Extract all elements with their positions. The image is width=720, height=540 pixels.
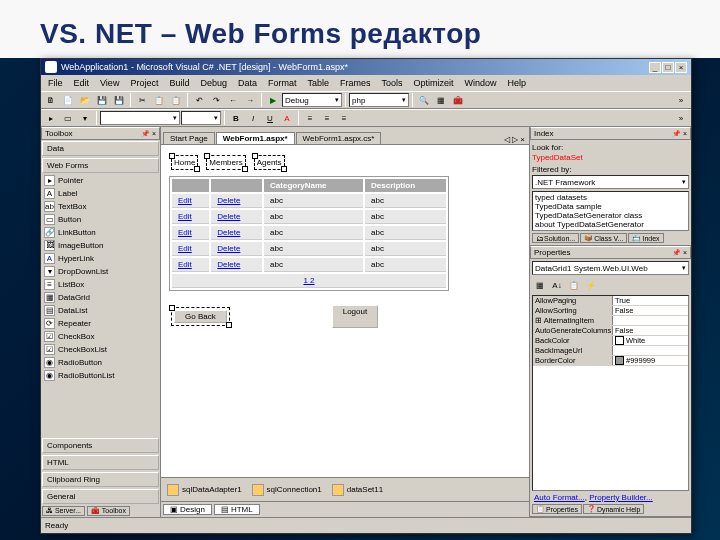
edit-link[interactable]: Edit (178, 228, 192, 237)
list-item[interactable]: TypedData sample (534, 202, 687, 211)
tab-index[interactable]: 📇 Index (628, 233, 663, 243)
close-button[interactable]: × (675, 62, 687, 73)
align-right-icon[interactable]: ≡ (336, 110, 352, 126)
menu-data[interactable]: Data (233, 77, 262, 89)
toolbox-item-repeater[interactable]: ⟳Repeater (41, 317, 160, 330)
goback-control[interactable]: Go Back (171, 307, 230, 326)
new-project-icon[interactable]: 🗎 (43, 92, 59, 108)
menu-tools[interactable]: Tools (377, 77, 408, 89)
undo-icon[interactable]: ↶ (191, 92, 207, 108)
menu-frames[interactable]: Frames (335, 77, 376, 89)
underline-icon[interactable]: U (262, 110, 278, 126)
delete-link[interactable]: Delete (217, 212, 240, 221)
menu-file[interactable]: File (43, 77, 68, 89)
toolbox-item-radiobuttonlist[interactable]: ◉RadioButtonList (41, 369, 160, 382)
filter-combo[interactable]: .NET Framework (532, 175, 689, 189)
props-object-combo[interactable]: DataGrid1 System.Web.UI.Web (532, 261, 689, 275)
toolbox-item-textbox[interactable]: abTextBox (41, 200, 160, 213)
bold-icon[interactable]: B (228, 110, 244, 126)
toolbox-cat-webforms[interactable]: Web Forms (42, 158, 159, 173)
tab-solution-explorer[interactable]: 🗂 Solution... (532, 233, 579, 243)
toolbox-item-linkbutton[interactable]: 🔗LinkButton (41, 226, 160, 239)
toolbox-item-label[interactable]: ALabel (41, 187, 160, 200)
tab-class-view[interactable]: 📦 Class V... (580, 233, 627, 243)
tray-dataset[interactable]: dataSet11 (332, 484, 383, 496)
save-icon[interactable]: 💾 (94, 92, 110, 108)
minimize-button[interactable]: _ (649, 62, 661, 73)
categorize-icon[interactable]: ▦ (532, 277, 548, 293)
index-results[interactable]: typed datasets TypedData sample TypedDat… (532, 191, 689, 231)
toolbox-item-button[interactable]: ▭Button (41, 213, 160, 226)
textbox-icon[interactable]: ▭ (60, 110, 76, 126)
viewtab-html[interactable]: ▤ HTML (214, 504, 260, 515)
doctab-nav[interactable]: ◁ ▷ × (502, 135, 527, 144)
menu-debug[interactable]: Debug (195, 77, 232, 89)
toolbox-cat-data[interactable]: Data (42, 141, 159, 156)
delete-link[interactable]: Delete (217, 244, 240, 253)
align-left-icon[interactable]: ≡ (302, 110, 318, 126)
events-icon[interactable]: ⚡ (583, 277, 599, 293)
tab-server-explorer[interactable]: 🖧 Server... (42, 506, 85, 516)
toolbox-cat-components[interactable]: Components (42, 438, 159, 453)
design-surface[interactable]: Home Members Agents CategoryName Descrip… (161, 145, 529, 477)
pin-icon[interactable]: 📌 × (141, 130, 156, 138)
tab-dynamic-help[interactable]: ❓ Dynamic Help (583, 504, 645, 514)
menu-format[interactable]: Format (263, 77, 302, 89)
doctab-startpage[interactable]: Start Page (163, 132, 215, 144)
toolbox-item-checkbox[interactable]: ☑CheckBox (41, 330, 160, 343)
align-center-icon[interactable]: ≡ (319, 110, 335, 126)
cut-icon[interactable]: ✂ (134, 92, 150, 108)
edit-link[interactable]: Edit (178, 196, 192, 205)
toolbox-item-dropdown[interactable]: ▾DropDownList (41, 265, 160, 278)
find-icon[interactable]: 🔍 (416, 92, 432, 108)
pointer-icon[interactable]: ▸ (43, 110, 59, 126)
fontcolor-icon[interactable]: A (279, 110, 295, 126)
add-item-icon[interactable]: 📄 (60, 92, 76, 108)
italic-icon[interactable]: I (245, 110, 261, 126)
open-icon[interactable]: 📂 (77, 92, 93, 108)
toolbox-cat-clipboard[interactable]: Clipboard Ring (42, 472, 159, 487)
overflow2-icon[interactable]: » (673, 110, 689, 126)
redo-icon[interactable]: ↷ (208, 92, 224, 108)
platform-combo[interactable]: php (349, 93, 409, 107)
toolbox-cat-general[interactable]: General (42, 489, 159, 504)
property-builder-link[interactable]: Property Builder... (589, 493, 653, 502)
edit-link[interactable]: Edit (178, 212, 192, 221)
toolbox-item-datalist[interactable]: ▤DataList (41, 304, 160, 317)
pin-icon[interactable]: 📌 × (672, 249, 687, 257)
header-link-home[interactable]: Home (171, 155, 198, 170)
toolbox-item-pointer[interactable]: ▸Pointer (41, 174, 160, 187)
toolbox-item-datagrid[interactable]: ▦DataGrid (41, 291, 160, 304)
maximize-button[interactable]: □ (662, 62, 674, 73)
nav-fwd-icon[interactable]: → (242, 92, 258, 108)
delete-link[interactable]: Delete (217, 260, 240, 269)
menu-table[interactable]: Table (302, 77, 334, 89)
tab-toolbox[interactable]: 🧰 Toolbox (87, 506, 130, 516)
start-icon[interactable]: ▶ (265, 92, 281, 108)
edit-link[interactable]: Edit (178, 244, 192, 253)
edit-link[interactable]: Edit (178, 260, 192, 269)
menu-help[interactable]: Help (503, 77, 532, 89)
paste-icon[interactable]: 📋 (168, 92, 184, 108)
tray-sqldataadapter[interactable]: sqlDataAdapter1 (167, 484, 242, 496)
menu-view[interactable]: View (95, 77, 124, 89)
menu-project[interactable]: Project (125, 77, 163, 89)
doctab-webform-aspx[interactable]: WebForm1.aspx* (216, 132, 295, 144)
overflow-icon[interactable]: » (673, 92, 689, 108)
logout-button[interactable]: Logout (332, 305, 378, 328)
tray-sqlconnection[interactable]: sqlConnection1 (252, 484, 322, 496)
size-combo[interactable] (181, 111, 221, 125)
pin-icon[interactable]: 📌 × (672, 130, 687, 138)
alpha-icon[interactable]: A↓ (549, 277, 565, 293)
menu-build[interactable]: Build (164, 77, 194, 89)
toolbox-cat-html[interactable]: HTML (42, 455, 159, 470)
toolbox-item-radiobutton[interactable]: ◉RadioButton (41, 356, 160, 369)
menu-optimizeit[interactable]: Optimizeit (409, 77, 459, 89)
list-item[interactable]: about TypedDataSetGenerator (534, 220, 687, 229)
lookfor-input[interactable]: TypedDataSet (532, 153, 689, 162)
header-link-members[interactable]: Members (206, 155, 245, 170)
auto-format-link[interactable]: Auto Format... (534, 493, 585, 502)
datagrid[interactable]: CategoryName Description EditDeleteabcab… (169, 176, 449, 291)
nav-back-icon[interactable]: ← (225, 92, 241, 108)
config-combo[interactable]: Debug (282, 93, 342, 107)
